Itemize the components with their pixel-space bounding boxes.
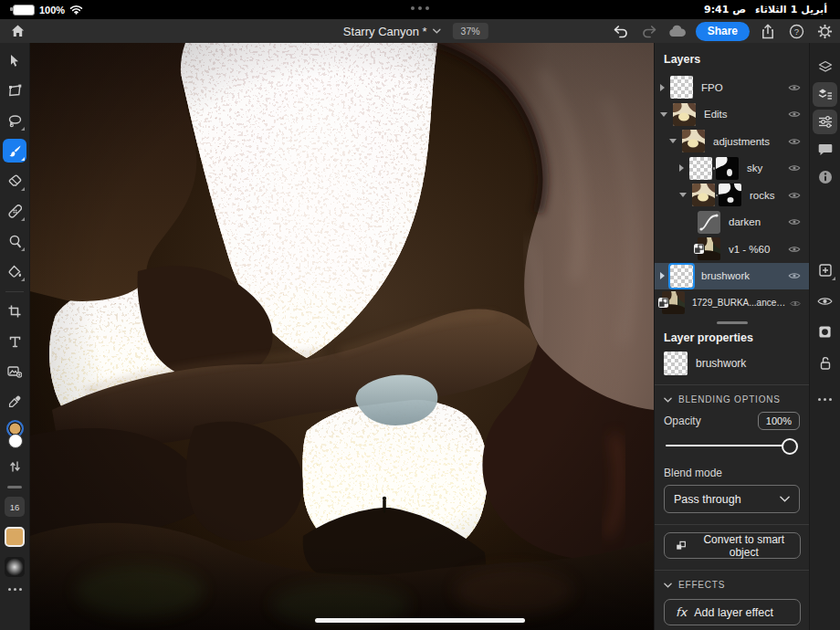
multitask-dots-icon[interactable] [411,6,429,10]
layer-thumbnail[interactable] [689,157,712,180]
background-color-swatch[interactable] [8,434,23,448]
move-tool[interactable] [3,48,26,72]
more-tools-button[interactable] [8,588,22,591]
document-canvas[interactable] [30,43,654,630]
tool-divider [5,291,24,292]
lasso-tool[interactable] [3,109,26,132]
layer-visibility-toggle[interactable] [788,241,801,257]
effects-header[interactable]: EFFECTS [655,578,809,592]
layer-thumbnail[interactable] [692,184,715,206]
home-button[interactable] [7,22,27,40]
cloud-sync-button[interactable] [667,21,688,41]
add-mask-button[interactable] [813,320,837,344]
opacity-value-field[interactable]: 100% [758,412,800,430]
expand-caret-icon[interactable] [660,84,665,91]
layer-visibility-button[interactable] [813,289,837,313]
brush-tool[interactable] [3,139,26,163]
layer-visibility-toggle[interactable] [788,268,801,284]
tool-bar: 16 [0,43,30,630]
brush-tip-preview[interactable] [5,557,25,577]
layer-visibility-toggle[interactable] [788,79,801,96]
swap-colors-button[interactable] [3,458,26,475]
home-indicator-bar[interactable] [315,618,525,623]
add-layer-effect-button[interactable]: fx Add layer effect [664,599,801,625]
collapse-caret-icon[interactable] [669,139,677,143]
top-toolbar: Starry Canyon * 37% [0,19,840,44]
crop-tool[interactable] [3,299,26,323]
layer-thumbnail[interactable] [662,291,686,315]
layer-thumbnail[interactable] [698,237,720,260]
opacity-slider[interactable] [666,437,798,454]
share-button[interactable]: Share [696,22,750,41]
layer-thumbnail[interactable] [673,103,696,126]
layer-row-darken[interactable]: darken [655,209,809,236]
expand-caret-icon[interactable] [660,272,665,279]
color-wells [3,420,26,453]
svg-text:?: ? [793,26,798,37]
eyedropper-tool[interactable] [3,390,26,414]
redo-button[interactable] [639,21,659,41]
tab-info[interactable] [813,164,837,189]
lock-layer-button[interactable] [813,351,837,375]
brush-color-swatch[interactable] [5,527,25,547]
chevron-down-icon [433,28,441,34]
layer-mask-thumbnail[interactable] [716,157,739,180]
document-title-menu[interactable]: Starry Canyon * [343,25,441,38]
layer-visibility-toggle[interactable] [788,133,801,150]
layers-icon [818,60,833,74]
eraser-tool[interactable] [3,169,26,193]
settings-button[interactable] [814,21,835,41]
place-photo-tool[interactable] [3,360,26,383]
layer-row-sky[interactable]: sky [655,155,809,183]
add-layer-button[interactable] [813,257,837,282]
effects-hint-text: Try adding a stroke or a drop shadow. [655,625,809,630]
layer-row-brushwork-selected[interactable]: brushwork [655,263,809,290]
layer-row-edits[interactable]: Edits [655,101,809,129]
export-icon [761,24,775,39]
layer-mask-thumbnail[interactable] [719,184,741,206]
layer-thumbnail[interactable] [670,76,693,99]
layer-row-background-photo[interactable]: 1729_BURKA...anced-NR33 [655,289,809,317]
sliders-icon [818,115,833,129]
layer-row-rocks[interactable]: rocks [655,182,809,209]
transform-tool[interactable] [3,79,26,102]
layer-visibility-toggle[interactable] [788,160,801,176]
layer-thumbnail[interactable] [670,265,693,288]
tab-layer-list[interactable] [813,82,837,107]
blend-mode-dropdown[interactable]: Pass through [664,485,800,513]
layer-row-adjustments[interactable]: adjustments [655,128,809,155]
layer-visibility-toggle[interactable] [788,106,801,122]
layer-visibility-toggle[interactable] [788,214,801,230]
toolbar-drag-handle[interactable] [7,486,22,488]
help-button[interactable]: ? [786,21,806,41]
panel-resize-handle[interactable] [717,321,748,325]
fill-tool[interactable] [3,259,26,283]
convert-to-smart-object-button[interactable]: Convert to smart object [664,532,801,559]
tab-layers[interactable] [813,55,837,79]
export-button[interactable] [758,21,778,41]
more-options-button[interactable] [813,387,837,412]
blending-options-header[interactable]: BLENDING OPTIONS [655,393,809,406]
comment-icon [818,142,833,156]
smart-object-badge-icon [694,244,704,254]
collapse-caret-icon[interactable] [679,193,687,197]
layer-visibility-toggle[interactable] [790,295,801,311]
healing-brush-tool[interactable] [3,199,26,223]
type-tool[interactable] [3,330,26,353]
layer-thumbnail[interactable] [682,130,705,152]
clone-stamp-tool[interactable] [3,229,26,253]
zoom-level-badge[interactable]: 37% [453,23,488,39]
collapse-caret-icon[interactable] [660,112,667,117]
undo-icon [613,25,629,38]
layer-row-v1[interactable]: v1 - %60 [655,236,809,263]
adjustment-curves-thumbnail[interactable] [698,211,720,234]
brush-size-indicator[interactable]: 16 [5,497,25,517]
expand-caret-icon[interactable] [679,164,684,172]
opacity-slider-knob[interactable] [782,438,798,455]
undo-button[interactable] [611,21,631,41]
layer-visibility-toggle[interactable] [788,187,801,204]
tab-properties[interactable] [813,110,837,134]
ellipsis-icon [818,398,832,401]
layer-row-fpo[interactable]: FPO [655,74,809,101]
tab-comments[interactable] [813,137,837,162]
